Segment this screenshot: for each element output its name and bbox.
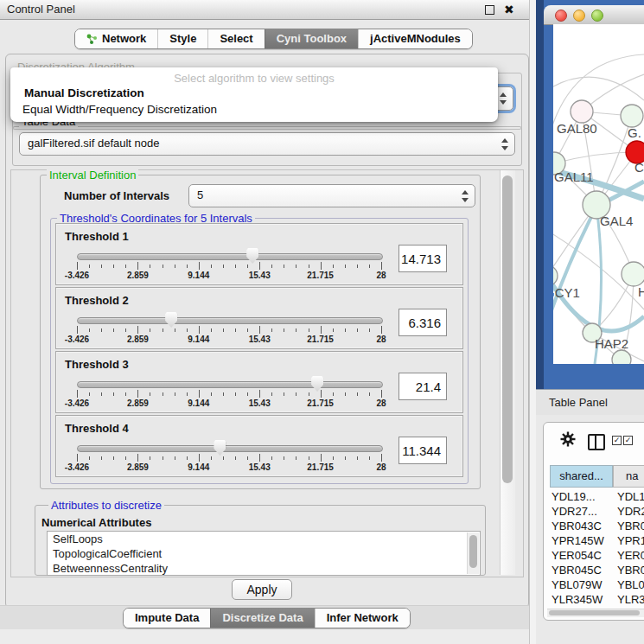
threshold-4-value-field[interactable]: 11.344 [399, 437, 447, 464]
scale-label: 15.43 [249, 335, 271, 344]
cell-name: YDL1 [614, 489, 644, 504]
tab-label: Network [102, 29, 146, 48]
tab-label: jActiveMNodules [370, 29, 461, 48]
scale-label: 9.144 [188, 399, 209, 408]
scale-label: 21.715 [307, 462, 334, 472]
numerical-attributes-label: Numerical Attributes [41, 516, 151, 529]
table-data-combobox[interactable]: galFiltered.sif default node [19, 132, 515, 156]
threshold-3-value-field[interactable]: 21.4 [399, 373, 447, 400]
scale-label: 28 [376, 335, 386, 344]
table-row[interactable]: YLR345WYLR3 [550, 592, 644, 607]
numerical-attributes-list[interactable]: SelfLoops TopologicalCoefficient Between… [47, 531, 481, 576]
tab-jactivemnodules[interactable]: jActiveMNodules [358, 29, 472, 48]
minimize-window-button[interactable] [573, 10, 585, 22]
list-item[interactable]: TopologicalCoefficient [48, 546, 480, 561]
threshold-2-value-field[interactable]: 6.316 [399, 309, 447, 336]
dropdown-option-equal-width[interactable]: Equal Width/Frequency Discretization [10, 101, 498, 118]
dropdown-hint: Select algorithm to view settings [10, 67, 498, 85]
tab-label: Cyni Toolbox [277, 29, 347, 48]
node-bottom-partial[interactable] [612, 350, 631, 364]
tab-label: Infer Network [327, 609, 399, 628]
slider-track[interactable] [77, 381, 383, 388]
threshold-3-slider[interactable]: -3.426 2.859 9.144 15.43 21.715 28 [77, 374, 381, 411]
float-panel-icon[interactable] [485, 5, 494, 15]
application-window: Control Panel ✖ Network Style Select Cyn… [0, 0, 644, 644]
checkbox-icon[interactable]: ✓ [612, 436, 622, 445]
tab-network[interactable]: Network [75, 29, 157, 48]
column-header-shared-name[interactable]: shared... [550, 465, 613, 488]
cell-shared-name: YPR145W [550, 533, 614, 548]
node-gcy1[interactable] [553, 265, 558, 286]
threshold-3-panel: Threshold 3 -3.426 2.859 9.144 15.43 21.… [55, 351, 463, 413]
slider-track[interactable] [77, 445, 383, 452]
slider-track[interactable] [77, 253, 383, 260]
list-vertical-scrollbar[interactable] [467, 532, 479, 574]
table-settings-gear-icon[interactable] [560, 431, 576, 450]
threshold-1-slider[interactable]: -3.426 2.859 9.144 15.43 21.715 28 [77, 246, 381, 283]
node-label-gal80: GAL80 [557, 121, 597, 136]
scale-label: 15.43 [249, 271, 271, 280]
table-row[interactable]: YER054CYER0 [550, 548, 644, 563]
table-panel-titlebar: Table Panel [536, 389, 644, 416]
table-row[interactable]: YPR145WYPR1 [550, 533, 644, 548]
threshold-1-label: Threshold 1 [65, 230, 129, 243]
control-panel-tabs: Network Style Select Cyni Toolbox jActiv… [74, 29, 473, 49]
scale-label: 2.859 [127, 399, 149, 408]
threshold-1-panel: Threshold 1 -3.426 2.859 9.144 15.43 21.… [55, 223, 463, 285]
table-horizontal-scrollbar[interactable] [547, 609, 644, 617]
cell-name: YER0 [614, 548, 644, 563]
close-panel-icon[interactable]: ✖ [504, 1, 514, 18]
desktop-background-strip [536, 0, 544, 389]
table-row[interactable]: YDL19...YDL1 [550, 489, 644, 504]
node-right[interactable] [622, 262, 644, 286]
threshold-2-slider[interactable]: -3.426 2.859 9.144 15.43 21.715 28 [77, 310, 381, 347]
checkbox-icon[interactable]: ✓ [623, 436, 633, 445]
column-header-name[interactable]: na [613, 465, 644, 488]
zoom-window-button[interactable] [591, 10, 603, 22]
number-of-intervals-combobox[interactable]: 5 [188, 184, 475, 207]
threshold-4-slider[interactable]: -3.426 2.859 9.144 15.43 21.715 28 [77, 438, 381, 475]
list-item[interactable]: BetweennessCentrality [48, 561, 480, 576]
scale-label: -3.426 [65, 335, 89, 344]
bottom-strip-light [0, 629, 534, 644]
list-item[interactable]: SelfLoops [48, 532, 480, 546]
cell-shared-name: YBR043C [550, 519, 614, 533]
network-window-titlebar[interactable] [544, 5, 644, 25]
scale-label: 9.144 [188, 335, 209, 344]
tab-label: Impute Data [135, 609, 199, 628]
dropdown-option-manual[interactable]: Manual Discretization [10, 85, 498, 101]
table-row[interactable]: YDR27...YDR2 [550, 504, 644, 519]
scale-label: 9.144 [188, 462, 209, 472]
slider-track[interactable] [77, 317, 383, 324]
apply-button[interactable]: Apply [232, 579, 292, 600]
table-row[interactable]: YBR045CYBR0 [550, 563, 644, 577]
combo-arrows-icon [501, 138, 508, 150]
close-window-button[interactable] [555, 10, 567, 22]
tab-infer-network[interactable]: Infer Network [315, 609, 410, 628]
tab-select[interactable]: Select [207, 29, 264, 48]
scrollbar-thumb[interactable] [469, 535, 477, 568]
cell-name: YBL0 [614, 577, 644, 592]
show-columns-icon[interactable] [588, 434, 605, 450]
table-row[interactable]: YBL079WYBL0 [550, 577, 644, 592]
scrollbar-thumb[interactable] [502, 175, 513, 483]
network-view-canvas[interactable]: GAL80 G. GAL11 C GAL4 GCY1 H HAP2 [553, 24, 644, 364]
scale-label: 21.715 [307, 335, 334, 344]
cyni-mode-tabs: Impute Data Discretize Data Infer Networ… [123, 608, 411, 628]
settings-vertical-scrollbar[interactable] [500, 170, 515, 575]
table-body[interactable]: YDL19...YDL1 YDR27...YDR2 YBR043CYBR0 YP… [550, 489, 644, 609]
node-top-right[interactable] [621, 105, 643, 127]
threshold-1-value-field[interactable]: 14.713 [399, 245, 447, 272]
tab-discretize-data[interactable]: Discretize Data [210, 609, 314, 628]
slider-scale-labels: -3.426 2.859 9.144 15.43 21.715 28 [77, 271, 381, 281]
scale-label: 2.859 [127, 462, 149, 472]
control-panel-title: Control Panel [7, 0, 75, 19]
table-row[interactable]: YBR043CYBR0 [550, 519, 644, 533]
tab-impute-data[interactable]: Impute Data [124, 609, 210, 628]
scrollbar-thumb[interactable] [549, 610, 640, 615]
tab-style[interactable]: Style [157, 29, 207, 48]
node-label-partial-g: G. [628, 125, 641, 140]
node-gal80[interactable] [571, 100, 593, 123]
tab-cyni-toolbox[interactable]: Cyni Toolbox [265, 29, 358, 48]
combo-arrows-icon [461, 190, 469, 202]
